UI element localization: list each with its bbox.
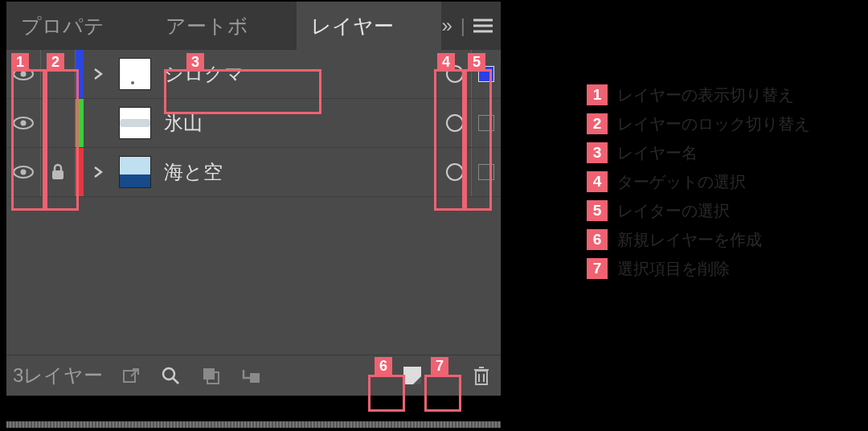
target-button[interactable]: [439, 65, 471, 83]
visibility-toggle[interactable]: [6, 148, 41, 196]
visibility-toggle[interactable]: [6, 50, 41, 98]
legend-text: 新規レイヤーを作成: [617, 229, 762, 251]
eye-icon: [13, 165, 34, 179]
selection-box-icon: [478, 115, 494, 131]
layer-thumbnail: [119, 156, 151, 188]
divider: |: [461, 14, 465, 37]
svg-rect-19: [476, 371, 487, 384]
chevron-right-icon: [93, 68, 103, 80]
selection-indicator[interactable]: [471, 50, 501, 98]
legend-text: レイヤーのロック切り替え: [617, 113, 810, 135]
chevron-right-icon: [93, 166, 103, 179]
layer-name[interactable]: シロクマ: [158, 58, 439, 90]
legend-badge: 3: [587, 142, 608, 163]
expand-toggle[interactable]: [84, 166, 113, 179]
svg-point-6: [21, 121, 27, 126]
legend-badge: 1: [587, 84, 608, 105]
lock-icon: [50, 163, 66, 181]
layer-color-strip: [76, 99, 84, 147]
search-icon[interactable]: [158, 363, 183, 388]
legend-text: 選択項目を削除: [617, 258, 730, 280]
legend-text: ターゲットの選択: [617, 171, 746, 193]
panel-menu-icon[interactable]: [473, 18, 493, 33]
layer-row[interactable]: シロクマ: [6, 50, 501, 99]
selection-box-icon: [478, 164, 494, 180]
popout-icon[interactable]: [117, 363, 143, 388]
lock-toggle[interactable]: [41, 99, 76, 147]
delete-button[interactable]: [469, 363, 494, 388]
selection-indicator[interactable]: [471, 99, 501, 147]
legend-row: 3レイヤー名: [587, 138, 810, 167]
tab-layers[interactable]: レイヤー: [297, 2, 441, 50]
legend-text: レイターの選択: [617, 200, 730, 222]
layer-color-strip: [76, 50, 84, 98]
legend-badge: 6: [587, 229, 608, 250]
selection-box-icon: [478, 66, 494, 82]
lock-toggle[interactable]: [41, 50, 76, 98]
layer-name[interactable]: 氷山: [158, 107, 439, 139]
target-button[interactable]: [439, 114, 471, 132]
svg-rect-10: [124, 371, 135, 382]
panel-tabs: プロパテ アートボ レイヤー » |: [6, 2, 501, 50]
selection-indicator[interactable]: [471, 148, 501, 196]
legend-badge: 4: [587, 171, 608, 192]
expand-toggle[interactable]: [84, 68, 113, 80]
layer-name[interactable]: 海と空: [158, 156, 439, 188]
tab-artboard[interactable]: アートボ: [151, 2, 296, 50]
new-layer-button[interactable]: [399, 363, 425, 388]
svg-line-13: [173, 378, 178, 384]
legend: 1レイヤーの表示切り替え2レイヤーのロック切り替え3レイヤー名4ターゲットの選択…: [587, 80, 810, 283]
legend-row: 4ターゲットの選択: [587, 167, 810, 196]
visibility-toggle[interactable]: [6, 99, 41, 147]
eye-icon: [13, 67, 34, 81]
target-ring-icon: [446, 65, 464, 83]
make-sublayer-icon[interactable]: [238, 363, 264, 388]
svg-point-4: [21, 72, 27, 77]
legend-row: 7選択項目を削除: [587, 254, 810, 283]
svg-rect-16: [250, 373, 260, 383]
target-ring-icon: [446, 114, 464, 132]
legend-badge: 2: [587, 113, 608, 134]
stage: プロパテ アートボ レイヤー » | シロクマ氷山海と空 3レイヤー: [0, 0, 868, 431]
layer-row[interactable]: 海と空: [6, 148, 501, 197]
legend-row: 1レイヤーの表示切り替え: [587, 80, 810, 109]
legend-row: 5レイターの選択: [587, 196, 810, 225]
legend-badge: 5: [587, 200, 608, 221]
svg-point-12: [163, 368, 174, 380]
eye-icon: [13, 116, 34, 130]
collapse-tabs-icon[interactable]: »: [441, 14, 452, 37]
panel-footer: 3レイヤー: [6, 355, 501, 396]
svg-rect-14: [203, 368, 215, 380]
layer-color-strip: [76, 148, 84, 196]
layers-panel: プロパテ アートボ レイヤー » | シロクマ氷山海と空 3レイヤー: [0, 0, 505, 431]
layer-thumbnail: [119, 58, 151, 90]
svg-rect-9: [52, 170, 63, 179]
layer-thumbnail: [119, 107, 151, 139]
legend-badge: 7: [587, 258, 608, 279]
layer-count-label: 3レイヤー: [13, 363, 103, 388]
lock-toggle[interactable]: [41, 148, 76, 196]
legend-row: 6新規レイヤーを作成: [587, 225, 810, 254]
legend-row: 2レイヤーのロック切り替え: [587, 109, 810, 138]
svg-point-8: [21, 170, 27, 175]
resize-bar[interactable]: [6, 421, 501, 428]
target-button[interactable]: [439, 163, 471, 181]
layer-list: シロクマ氷山海と空: [6, 50, 501, 197]
legend-text: レイヤー名: [617, 142, 698, 164]
layer-empty-area: [6, 197, 501, 355]
legend-text: レイヤーの表示切り替え: [617, 84, 794, 106]
collect-layer-icon[interactable]: [198, 363, 223, 388]
layer-row[interactable]: 氷山: [6, 99, 501, 148]
target-ring-icon: [446, 163, 464, 181]
tab-properties[interactable]: プロパテ: [6, 2, 151, 50]
